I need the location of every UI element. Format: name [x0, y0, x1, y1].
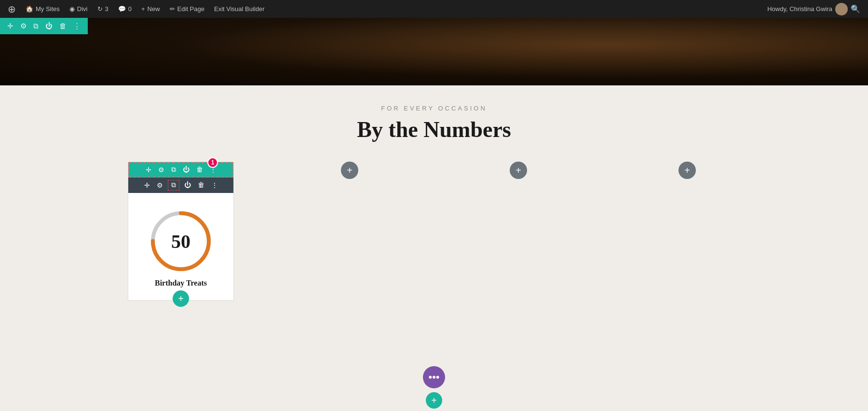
- notification-badge: 1: [207, 157, 218, 168]
- comments-icon: 💬: [118, 5, 126, 13]
- module-card-1: ✛ ⚙ ⧉ ⏻ 🗑 ⋮ 1 ✛ ⚙ ⧉: [128, 162, 234, 301]
- bottom-add-btn[interactable]: +: [426, 392, 442, 409]
- mod-move-btn[interactable]: ✛: [142, 180, 152, 191]
- add-module-center: +: [173, 290, 189, 307]
- section-add-btn[interactable]: ✛: [5, 21, 16, 31]
- edit-page-label: Edit Page: [177, 5, 204, 13]
- hero-bg-svg: [0, 18, 868, 85]
- pencil-icon: ✏: [170, 5, 175, 13]
- modules-row: ✛ ⚙ ⧉ ⏻ 🗑 ⋮ 1 ✛ ⚙ ⧉: [96, 162, 772, 301]
- house-icon: 🏠: [26, 5, 33, 13]
- section-toolbar: ✛ ⚙ ⧉ ⏻ 🗑 ⋮: [0, 18, 88, 34]
- updates-icon: ↻: [97, 5, 103, 13]
- divi-icon: ◉: [69, 5, 75, 13]
- comments-menu[interactable]: 💬 0: [114, 0, 136, 18]
- section-disable-btn[interactable]: ⏻: [43, 21, 55, 31]
- row-delete-btn[interactable]: 🗑: [194, 165, 205, 175]
- divi-label: Divi: [77, 5, 88, 13]
- circle-number: 50: [171, 230, 190, 253]
- comments-count: 0: [128, 5, 132, 13]
- module-col-4: +: [603, 162, 772, 179]
- avatar: [835, 3, 848, 15]
- add-col3-btn[interactable]: +: [510, 162, 527, 179]
- section-eyebrow: FOR EVERY OCCASION: [10, 105, 858, 112]
- module-col-1: ✛ ⚙ ⧉ ⏻ 🗑 ⋮ 1 ✛ ⚙ ⧉: [96, 162, 265, 301]
- wp-logo-icon[interactable]: ⊕: [4, 0, 20, 18]
- row-clone-btn[interactable]: ⧉: [169, 165, 178, 175]
- new-label: New: [148, 5, 160, 13]
- updates-count: 3: [105, 5, 108, 13]
- module-card-inner: 50 Birthday Treats: [128, 193, 233, 292]
- section-settings-btn[interactable]: ⚙: [18, 21, 29, 31]
- exit-builder-menu[interactable]: Exit Visual Builder: [210, 0, 269, 18]
- user-greeting: Howdy, Christina Gwira: [767, 5, 832, 13]
- add-module-btn[interactable]: +: [173, 290, 189, 307]
- module-col-3: +: [434, 162, 603, 179]
- section-more-btn[interactable]: ⋮: [71, 21, 83, 31]
- purple-options-btn[interactable]: •••: [423, 366, 445, 388]
- divi-menu[interactable]: ◉ Divi: [66, 0, 92, 18]
- my-sites-menu[interactable]: 🏠 My Sites: [22, 0, 64, 18]
- module-col-2: +: [265, 162, 434, 179]
- updates-menu[interactable]: ↻ 3: [94, 0, 112, 18]
- admin-bar-right: Howdy, Christina Gwira 🔍: [767, 3, 864, 15]
- section-title: By the Numbers: [10, 117, 858, 142]
- bottom-center-wrap: ••• +: [423, 366, 445, 409]
- add-col4-btn[interactable]: +: [678, 162, 696, 179]
- search-icon[interactable]: 🔍: [851, 4, 860, 14]
- hero-section: [0, 18, 868, 85]
- row-settings-btn[interactable]: ⚙: [156, 165, 166, 175]
- row-disable-btn[interactable]: ⏻: [181, 165, 191, 175]
- main-content: FOR EVERY OCCASION By the Numbers ✛ ⚙ ⧉ …: [0, 85, 868, 411]
- module-toolbar-dark: ✛ ⚙ ⧉ ⏻ 🗑 ⋮: [128, 178, 233, 193]
- section-header: FOR EVERY OCCASION By the Numbers: [10, 105, 858, 142]
- circle-gauge: 50: [147, 207, 215, 275]
- mod-clone-btn[interactable]: ⧉: [168, 180, 179, 191]
- svg-rect-0: [0, 18, 868, 85]
- new-icon: +: [141, 5, 145, 13]
- section-clone-btn[interactable]: ⧉: [31, 21, 41, 31]
- section-delete-btn[interactable]: 🗑: [57, 21, 69, 31]
- module-label: Birthday Treats: [136, 279, 226, 288]
- add-col2-btn[interactable]: +: [341, 162, 358, 179]
- mod-more-btn[interactable]: ⋮: [209, 180, 220, 191]
- exit-builder-label: Exit Visual Builder: [214, 5, 265, 13]
- mod-disable-btn[interactable]: ⏻: [182, 180, 193, 190]
- admin-bar: ⊕ 🏠 My Sites ◉ Divi ↻ 3 💬 0 + New ✏ Edit…: [0, 0, 868, 18]
- mod-settings-btn[interactable]: ⚙: [155, 180, 165, 191]
- my-sites-label: My Sites: [36, 5, 60, 13]
- mod-delete-btn[interactable]: 🗑: [196, 180, 206, 190]
- row-add-btn[interactable]: ✛: [144, 165, 153, 175]
- row-toolbar-green: ✛ ⚙ ⧉ ⏻ 🗑 ⋮ 1: [128, 162, 233, 178]
- edit-page-menu[interactable]: ✏ Edit Page: [166, 0, 208, 18]
- new-menu[interactable]: + New: [137, 0, 164, 18]
